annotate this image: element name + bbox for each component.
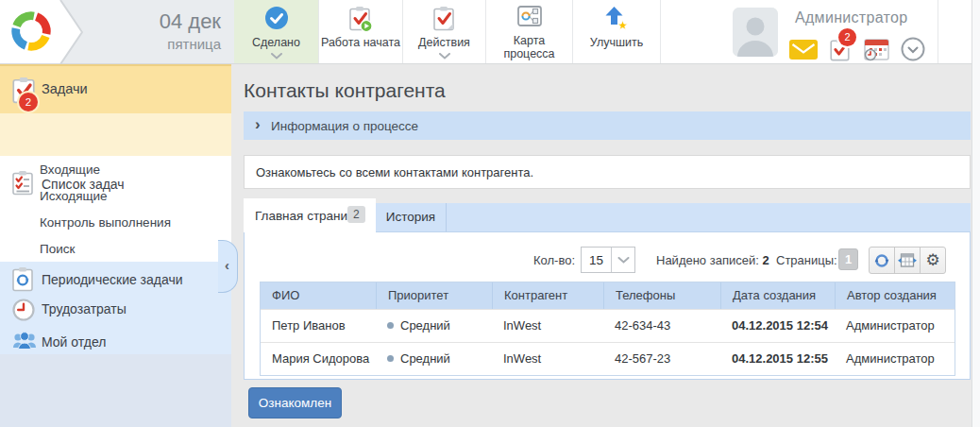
sidebar-footer-area [0, 354, 231, 427]
sidebar-lower-section: Периодические задачи Трудозатраты Мой от… [0, 262, 231, 354]
contact-name-link[interactable]: Мария Сидорова [261, 343, 376, 375]
user-name[interactable]: Администратор [795, 9, 907, 26]
contractor-link[interactable]: InWest [492, 310, 603, 342]
created-date-cell: 04.12.2015 12:55 [720, 343, 835, 375]
tab-main-page[interactable]: Главная страница 2 [244, 198, 376, 232]
instruction-text: Ознакомьтесь со всеми контактами контраг… [256, 165, 533, 179]
priority-cell: Средний [376, 343, 492, 375]
done-button[interactable]: Сделано [234, 0, 318, 63]
contacts-table: ФИО Приоритет Контрагент Телефоны Дата с… [260, 282, 955, 376]
grid-settings-button[interactable]: ⚙ [920, 247, 946, 274]
clipboard-check-icon [432, 6, 457, 32]
sidebar-collapse-handle[interactable]: ‹ [218, 240, 238, 293]
improve-button[interactable]: Улучшить [572, 0, 661, 63]
improve-arrow-star-icon [604, 6, 630, 31]
my-department-people-icon [11, 330, 38, 350]
date-weekday: пятница [167, 36, 221, 52]
header-divider [938, 0, 938, 63]
periodic-tasks-icon [11, 266, 34, 292]
priority-dot-icon [387, 355, 394, 362]
column-header-priority[interactable]: Приоритет [376, 282, 492, 309]
sidebar-item-execution-control[interactable]: Контроль выполнения [40, 215, 171, 230]
dropdown-chevron-icon [611, 248, 634, 272]
user-avatar[interactable] [733, 8, 778, 57]
sidebar-item-periodic-tasks-label[interactable]: Периодические задачи [42, 272, 183, 287]
contractor-link[interactable]: InWest [492, 343, 603, 375]
refresh-button[interactable] [869, 247, 895, 274]
page-title: Контакты контрагента [244, 79, 446, 102]
expand-chevron-icon: › [255, 115, 261, 134]
clipboard-play-icon [348, 6, 373, 32]
process-map-button-label: Карта процесса [486, 34, 572, 60]
export-table-button[interactable] [894, 247, 921, 274]
page-size-value: 15 [589, 253, 603, 267]
sidebar-item-time-costs-label[interactable]: Трудозатраты [42, 301, 127, 316]
mail-icon[interactable] [789, 40, 818, 60]
gear-icon: ⚙ [925, 252, 939, 268]
phone-link[interactable]: 42-567-23 [603, 343, 720, 375]
time-costs-clock-icon [11, 298, 36, 322]
sidebar-item-task-list[interactable]: Список задач [0, 113, 231, 156]
grid-toolbar: ⚙ [869, 247, 946, 274]
user-menu-chevron-icon[interactable] [901, 37, 925, 61]
found-records-label: Найдено записей: 2 [656, 253, 769, 267]
sidebar: 2 Задачи Список задач Входящие Исходящие… [0, 64, 231, 427]
actions-button-label: Действия [403, 36, 485, 49]
work-started-button[interactable]: Работа начата [318, 0, 402, 63]
done-button-label: Сделано [234, 36, 318, 49]
table-row: Петр Иванов Средний InWest 42-634-43 04.… [261, 309, 955, 342]
chevron-down-icon [438, 53, 450, 60]
export-table-icon [898, 253, 917, 267]
app-window: 04 дек пятница Сделано Р [0, 0, 980, 427]
created-date-cell: 04.12.2015 12:54 [720, 310, 835, 342]
phone-link[interactable]: 42-634-43 [603, 310, 720, 342]
tab-main-page-label: Главная страница [255, 209, 362, 223]
author-link[interactable]: Администратор [835, 310, 955, 342]
table-header-row: ФИО Приоритет Контрагент Телефоны Дата с… [261, 282, 955, 309]
found-records-value: 2 [762, 253, 769, 267]
column-header-phones[interactable]: Телефоны [603, 282, 720, 309]
sidebar-item-outbox[interactable]: Исходящие [40, 189, 108, 203]
column-header-author[interactable]: Автор создания [835, 282, 955, 309]
sidebar-item-my-department-label[interactable]: Мой отдел [42, 334, 106, 350]
column-header-contractor[interactable]: Контрагент [492, 282, 603, 309]
tab-history[interactable]: История [376, 203, 447, 231]
date-day: 04 дек [160, 9, 221, 34]
logo-notch-divider [59, 0, 87, 64]
process-map-icon [517, 6, 542, 26]
calendar-clock-icon[interactable] [864, 38, 889, 61]
priority-dot-icon [387, 322, 394, 329]
column-header-fio[interactable]: ФИО [261, 282, 376, 309]
chevron-down-icon [270, 53, 282, 60]
top-header: 04 дек пятница Сделано Р [0, 0, 980, 64]
contact-name-link[interactable]: Петр Иванов [261, 310, 376, 342]
author-link[interactable]: Администратор [835, 343, 955, 375]
tab-strip: История [376, 203, 971, 231]
priority-cell: Средний [376, 310, 492, 342]
table-row: Мария Сидорова Средний InWest 42-567-23 … [261, 342, 955, 375]
count-label: Кол-во: [533, 253, 575, 267]
actions-button[interactable]: Действия [402, 0, 485, 63]
avatar-silhouette-icon [733, 8, 778, 57]
acknowledged-button[interactable]: Ознакомлен [248, 387, 342, 418]
scrollbar-track[interactable] [972, 0, 980, 427]
collapse-chevron-icon: ‹ [225, 257, 229, 273]
process-info-label: Информация о процессе [271, 119, 418, 133]
column-header-created[interactable]: Дата создания [720, 282, 835, 309]
page-size-dropdown[interactable]: 15 [581, 247, 635, 273]
done-check-icon [264, 6, 289, 30]
work-started-button-label: Работа начата [319, 36, 402, 49]
process-info-bar[interactable]: › Информация о процессе [244, 111, 971, 140]
sidebar-item-inbox[interactable]: Входящие [40, 162, 100, 177]
tasks-count-badge: 2 [19, 93, 38, 111]
task-list-icon [11, 170, 34, 196]
improve-button-label: Улучшить [573, 36, 660, 49]
page-number-button[interactable]: 1 [838, 248, 858, 270]
pages-label: Страницы: [776, 253, 837, 267]
sidebar-item-tasks[interactable]: 2 Задачи [0, 64, 231, 113]
sidebar-item-tasks-label: Задачи [42, 81, 88, 96]
instruction-box: Ознакомьтесь со всеми контактами контраг… [244, 155, 971, 189]
sidebar-item-search[interactable]: Поиск [40, 242, 75, 256]
refresh-icon [873, 252, 890, 269]
process-map-button[interactable]: Карта процесса [485, 0, 572, 63]
